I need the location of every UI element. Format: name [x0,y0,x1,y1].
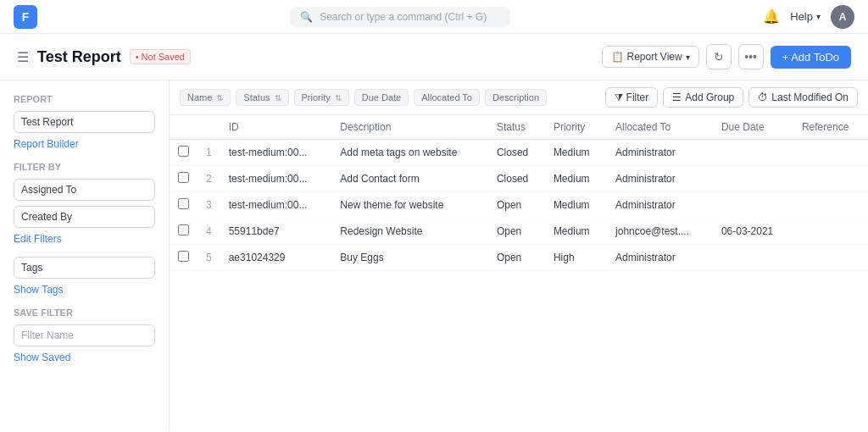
th-allocated: Allocated To [607,115,713,140]
search-bar[interactable]: 🔍 Search or type a command (Ctrl + G) [290,7,510,27]
col-header-actions: ⧩ Filter ☰ Add Group ⏱ Last Modified On [605,87,858,108]
row-allocated-to: Administrator [607,245,713,271]
row-checkbox[interactable] [178,251,189,262]
row-due-date [713,140,793,166]
refresh-button[interactable]: ↻ [706,44,732,69]
search-icon: 🔍 [300,11,313,23]
column-header-bar: Name ⇅ Status ⇅ Priority ⇅ Due Date Allo… [170,80,868,115]
col-tag-status: Status ⇅ [236,89,288,106]
row-reference [793,219,868,245]
add-todo-button[interactable]: + Add ToDo [771,46,851,69]
row-status: Open [488,192,545,219]
content-area: Name ⇅ Status ⇅ Priority ⇅ Due Date Allo… [170,80,868,431]
filter-created-by-select[interactable]: Created By [14,206,155,228]
row-num: 1 [198,140,220,166]
filter-icon: ⧩ [615,91,623,103]
col-tag-name: Name ⇅ [180,89,231,106]
report-select[interactable]: Test Report [14,111,155,133]
save-filter-label: Save Filter [14,307,155,318]
filter-assigned-to-select[interactable]: Assigned To [14,179,155,201]
table-body: 1 test-medium:00... Add meta tags on web… [170,140,868,271]
page-header: ☰ Test Report • Not Saved 📋 Report View … [0,34,868,80]
table-row: 3 test-medium:00... New theme for websit… [170,192,868,219]
show-tags-link[interactable]: Show Tags [14,284,155,296]
row-allocated-to: Administrator [607,140,713,166]
notification-bell-icon[interactable]: 🔔 [763,8,780,25]
group-icon: ☰ [672,91,682,103]
add-group-button[interactable]: ☰ Add Group [663,87,743,108]
last-modified-label: Last Modified On [771,91,849,103]
help-button[interactable]: Help ▾ [790,10,821,23]
filter-label: Filter [626,91,649,103]
row-allocated-to: Administrator [607,166,713,192]
menu-icon[interactable]: ☰ [17,49,29,65]
row-checkbox[interactable] [178,146,189,157]
row-reference [793,245,868,271]
row-status: Closed [488,140,545,166]
more-options-button[interactable]: ••• [738,44,764,69]
filter-name-input[interactable] [14,324,155,346]
th-checkbox [170,115,198,140]
report-view-button[interactable]: 📋 Report View ▾ [602,46,699,68]
row-checkbox[interactable] [178,172,189,183]
row-num: 3 [198,192,220,219]
row-priority: Medium [545,140,607,166]
table-header: ID Description Status Priority Allocated… [170,115,868,140]
row-reference [793,192,868,219]
row-status: Open [488,219,545,245]
app-icon[interactable]: F [14,5,37,29]
col-priority-label: Priority [302,92,331,102]
chevron-down-icon: ▾ [816,12,821,21]
col-sort-icon: ⇅ [335,93,342,102]
row-checkbox-cell [170,192,198,219]
row-priority: Medium [545,166,607,192]
filter-button[interactable]: ⧩ Filter [605,87,659,108]
row-checkbox-cell [170,166,198,192]
top-nav-left: F [14,5,37,29]
report-builder-link[interactable]: Report Builder [14,138,155,150]
th-status: Status [488,115,545,140]
add-group-label: Add Group [685,91,734,103]
edit-filters-link[interactable]: Edit Filters [14,233,155,245]
table-container: ID Description Status Priority Allocated… [170,115,868,431]
col-status-label: Status [243,92,270,102]
col-tag-allocated: Allocated To [414,89,480,106]
row-description: Add Contact form [331,166,488,192]
row-reference [793,166,868,192]
row-checkbox-cell [170,245,198,271]
filter-by-label: Filter By [14,162,155,172]
row-checkbox[interactable] [178,224,189,235]
avatar[interactable]: A [831,5,854,29]
row-num: 5 [198,245,220,271]
sidebar: Report Test Report Report Builder Filter… [0,80,170,431]
table-row: 2 test-medium:00... Add Contact form Clo… [170,166,868,192]
table-row: 5 ae31024329 Buy Eggs Open High Administ… [170,245,868,271]
row-checkbox[interactable] [178,198,189,209]
th-due-date: Due Date [713,115,793,140]
col-tag-priority: Priority ⇅ [294,89,349,106]
page-header-left: ☰ Test Report • Not Saved [17,48,191,66]
th-description: Description [331,115,488,140]
row-priority: Medium [545,219,607,245]
row-reference [793,140,868,166]
data-table: ID Description Status Priority Allocated… [170,115,868,271]
row-due-date [713,192,793,219]
row-num: 4 [198,219,220,245]
col-tag-due-date: Due Date [354,89,409,106]
col-name-label: Name [187,92,212,102]
show-saved-link[interactable]: Show Saved [14,352,155,363]
tags-select[interactable]: Tags [14,257,155,279]
row-id: test-medium:00... [220,192,332,219]
clock-icon: ⏱ [758,91,768,103]
row-due-date [713,245,793,271]
page-title: Test Report [37,48,121,66]
row-id: test-medium:00... [220,166,332,192]
th-id: ID [220,115,332,140]
col-tag-desc: Description [485,89,547,106]
row-description: Redesign Website [331,219,488,245]
row-priority: Medium [545,192,607,219]
th-priority: Priority [545,115,607,140]
row-allocated-to: johncoe@test.... [607,219,713,245]
col-sort-icon: ⇅ [216,93,223,102]
last-modified-button[interactable]: ⏱ Last Modified On [748,87,858,108]
